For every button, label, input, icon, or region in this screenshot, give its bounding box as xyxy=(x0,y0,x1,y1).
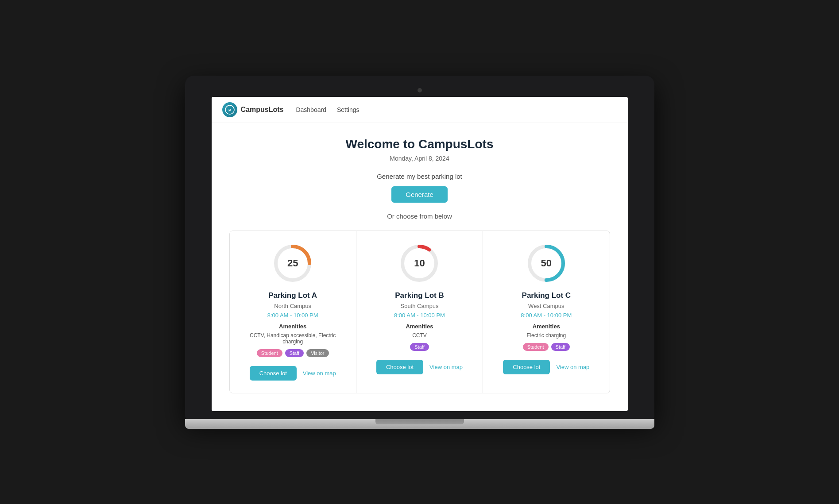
amenities-list: CCTV, Handicap accessible, Electric char… xyxy=(240,332,345,345)
or-choose-text: Or choose from below xyxy=(229,212,610,220)
amenities-list: Electric charging xyxy=(526,332,566,339)
amenities-heading: Amenities xyxy=(533,323,560,330)
lot-tags: StudentStaff xyxy=(523,343,570,351)
lot-name: Parking Lot C xyxy=(522,291,571,300)
choose-lot-button[interactable]: Choose lot xyxy=(250,366,297,381)
donut-lot-c: 50 xyxy=(526,243,566,283)
lot-hours: 8:00 AM - 10:00 PM xyxy=(267,312,318,319)
amenities-list: CCTV xyxy=(412,332,427,339)
lot-tags: Staff xyxy=(410,343,429,351)
view-on-map-link[interactable]: View on map xyxy=(429,364,463,370)
lot-available-count: 50 xyxy=(541,258,552,269)
tag-visitor: Visitor xyxy=(306,349,329,357)
lot-location: North Campus xyxy=(274,303,311,309)
generate-button[interactable]: Generate xyxy=(391,186,448,203)
brand-name: CampusLots xyxy=(241,106,284,114)
lot-location: South Campus xyxy=(400,303,438,309)
card-lot-c: 50 Parking Lot C West Campus 8:00 AM - 1… xyxy=(483,231,609,393)
card-actions: Choose lot View on map xyxy=(250,366,336,381)
lot-name: Parking Lot A xyxy=(268,291,317,300)
lot-hours: 8:00 AM - 10:00 PM xyxy=(394,312,445,319)
donut-lot-a: 25 xyxy=(273,243,313,283)
donut-lot-b: 10 xyxy=(399,243,439,283)
card-lot-b: 10 Parking Lot B South Campus 8:00 AM - … xyxy=(356,231,483,393)
page-date: Monday, April 8, 2024 xyxy=(229,155,610,162)
choose-lot-button[interactable]: Choose lot xyxy=(376,360,423,374)
tag-staff: Staff xyxy=(551,343,570,351)
lot-available-count: 25 xyxy=(287,258,298,269)
tag-student: Student xyxy=(523,343,549,351)
page-title: Welcome to CampusLots xyxy=(229,137,610,151)
tag-student: Student xyxy=(257,349,282,357)
view-on-map-link[interactable]: View on map xyxy=(303,370,336,377)
nav-logo: P CampusLots xyxy=(222,102,284,117)
parking-lots-container: 25 Parking Lot A North Campus 8:00 AM - … xyxy=(229,231,610,393)
generate-label: Generate my best parking lot xyxy=(229,173,610,180)
logo-icon: P xyxy=(222,102,237,117)
lot-tags: StudentStaffVisitor xyxy=(257,349,329,357)
tag-staff: Staff xyxy=(285,349,304,357)
lot-name: Parking Lot B xyxy=(395,291,444,300)
tag-staff: Staff xyxy=(410,343,429,351)
card-actions: Choose lot View on map xyxy=(376,360,463,374)
nav-links: Dashboard Settings xyxy=(296,106,359,113)
lot-hours: 8:00 AM - 10:00 PM xyxy=(521,312,572,319)
lot-available-count: 10 xyxy=(414,258,425,269)
nav-dashboard[interactable]: Dashboard xyxy=(296,106,326,113)
choose-lot-button[interactable]: Choose lot xyxy=(503,360,550,374)
card-actions: Choose lot View on map xyxy=(503,360,589,374)
nav-settings[interactable]: Settings xyxy=(337,106,360,113)
svg-text:P: P xyxy=(228,108,231,112)
lot-location: West Campus xyxy=(528,303,564,309)
card-lot-a: 25 Parking Lot A North Campus 8:00 AM - … xyxy=(230,231,356,393)
amenities-heading: Amenities xyxy=(406,323,433,330)
view-on-map-link[interactable]: View on map xyxy=(556,364,589,370)
amenities-heading: Amenities xyxy=(279,323,306,330)
